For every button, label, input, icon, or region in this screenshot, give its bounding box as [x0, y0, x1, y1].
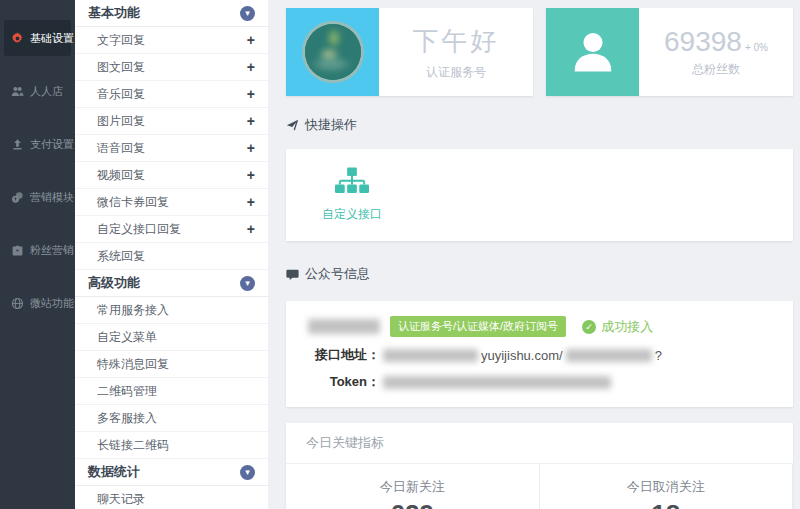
secondary-sidebar: 基本功能 ▾ 文字回复+ 图文回复+ 音乐回复+ 图片回复+ 语音回复+ 视频回… [75, 0, 268, 509]
quick-item-custom-api[interactable]: 自定义接口 [306, 167, 398, 223]
plus-icon[interactable]: + [247, 168, 255, 182]
sidebar-item-label: 支付设置 [30, 137, 74, 152]
item-label: 文字回复 [97, 32, 145, 49]
item-label: 语音回复 [97, 140, 145, 157]
item-label: 常用服务接入 [97, 302, 169, 319]
submenu-section-statistics[interactable]: 数据统计 ▾ [75, 459, 268, 486]
metric-value: 629 [391, 499, 434, 509]
submenu-section-basic[interactable]: 基本功能 ▾ [75, 0, 268, 27]
sidebar-item-fan-marketing[interactable]: 粉丝营销 [4, 232, 71, 268]
section-title: 高级功能 [88, 274, 140, 292]
plus-icon[interactable]: + [247, 114, 255, 128]
submenu-item-special-message-reply[interactable]: 特殊消息回复 [75, 351, 268, 378]
item-label: 音乐回复 [97, 86, 145, 103]
token-redacted [383, 376, 611, 389]
sidebar-item-renrendian[interactable]: 人人店 [4, 73, 71, 109]
plus-icon[interactable]: + [247, 87, 255, 101]
person-icon [567, 26, 619, 78]
item-label: 图片回复 [97, 113, 145, 130]
submenu-item-voice-reply[interactable]: 语音回复+ [75, 135, 268, 162]
submenu-item-video-reply[interactable]: 视频回复+ [75, 162, 268, 189]
submenu-item-longlink-qrcode[interactable]: 长链接二维码 [75, 432, 268, 459]
quick-actions-header: 快捷操作 [286, 116, 793, 134]
fans-total-value: 69398 [664, 26, 742, 58]
item-label: 微信卡券回复 [97, 194, 169, 211]
plus-icon[interactable]: + [247, 141, 255, 155]
submenu-item-multi-service-access[interactable]: 多客服接入 [75, 405, 268, 432]
sidebar-item-label: 微站功能 [30, 296, 74, 311]
gear-icon [11, 32, 24, 45]
sidebar-item-microsite[interactable]: 微站功能 [4, 285, 71, 321]
metric-label: 今日新关注 [380, 478, 445, 496]
account-info-header: 公众号信息 [286, 265, 793, 283]
sidebar-item-payment-settings[interactable]: 支付设置 [4, 126, 71, 162]
coins-icon [11, 191, 24, 204]
paper-plane-icon [286, 119, 299, 132]
submenu-item-custom-menu[interactable]: 自定义菜单 [75, 324, 268, 351]
sidebar-item-label: 营销模块 [30, 190, 74, 205]
today-metrics-title: 今日关键指标 [286, 423, 793, 464]
briefcase-icon [11, 244, 24, 257]
quick-item-label: 自定义接口 [322, 206, 382, 223]
submenu-item-chat-records[interactable]: 聊天记录 [75, 486, 268, 509]
item-label: 系统回复 [97, 248, 145, 265]
comment-icon [286, 268, 299, 281]
plus-icon[interactable]: + [247, 195, 255, 209]
sidebar-item-marketing-module[interactable]: 营销模块 [4, 179, 71, 215]
primary-sidebar: 基础设置 人人店 支付设置 营销模块 粉丝营销 微站功能 [0, 0, 75, 509]
submenu-item-custom-api-reply[interactable]: 自定义接口回复+ [75, 216, 268, 243]
item-label: 特殊消息回复 [97, 356, 169, 373]
api-url-domain: yuyijishu.com/ [481, 348, 563, 363]
chevron-down-icon[interactable]: ▾ [240, 6, 255, 21]
token-label: Token： [308, 373, 380, 391]
submenu-item-card-coupon-reply[interactable]: 微信卡券回复+ [75, 189, 268, 216]
item-label: 二维码管理 [97, 383, 157, 400]
overview-cards: 下午好 认证服务号 69398 + 0% 总粉丝数 [286, 8, 793, 96]
today-metrics-card: 今日关键指标 今日新关注 629 今日取消关注 18 [286, 423, 793, 509]
sidebar-item-basic-settings[interactable]: 基础设置 [4, 20, 71, 56]
token-row: Token： [308, 373, 771, 391]
greeting-text: 下午好 [413, 24, 500, 59]
submenu-item-system-reply[interactable]: 系统回复 [75, 243, 268, 270]
item-label: 长链接二维码 [97, 437, 169, 454]
metric-label: 今日取消关注 [627, 478, 705, 496]
plus-icon[interactable]: + [247, 60, 255, 74]
api-url-redacted-prefix [383, 349, 478, 362]
quick-actions-card: 自定义接口 [286, 149, 793, 241]
connection-status: ✓ 成功接入 [582, 318, 653, 336]
greeting-card-side [286, 8, 379, 96]
submenu-item-picture-reply[interactable]: 图片回复+ [75, 108, 268, 135]
api-url-redacted-suffix [566, 349, 652, 362]
submenu-section-advanced[interactable]: 高级功能 ▾ [75, 270, 268, 297]
account-type-badge: 认证服务号/认证媒体/政府订阅号 [390, 316, 566, 337]
submenu-item-music-reply[interactable]: 音乐回复+ [75, 81, 268, 108]
chevron-down-icon[interactable]: ▾ [240, 465, 255, 480]
submenu-item-imagetext-reply[interactable]: 图文回复+ [75, 54, 268, 81]
fans-trend: + 0% [745, 42, 768, 53]
item-label: 自定义接口回复 [97, 221, 181, 238]
globe-icon [11, 297, 24, 310]
submenu-item-common-services[interactable]: 常用服务接入 [75, 297, 268, 324]
account-info-card: 认证服务号/认证媒体/政府订阅号 ✓ 成功接入 接口地址： yuyijishu.… [286, 301, 793, 407]
api-url-row: 接口地址： yuyijishu.com/ ? [308, 346, 771, 364]
sitemap-icon [335, 167, 369, 197]
api-url-label: 接口地址： [308, 346, 380, 364]
submenu-item-text-reply[interactable]: 文字回复+ [75, 27, 268, 54]
submenu-item-qrcode-management[interactable]: 二维码管理 [75, 378, 268, 405]
fans-card: 69398 + 0% 总粉丝数 [546, 8, 793, 96]
connection-status-label: 成功接入 [601, 318, 653, 336]
metric-value: 18 [651, 499, 680, 509]
sidebar-item-label: 粉丝营销 [30, 243, 74, 258]
fans-total-label: 总粉丝数 [692, 61, 740, 78]
chevron-down-icon[interactable]: ▾ [240, 276, 255, 291]
account-info-title: 公众号信息 [305, 265, 370, 283]
sidebar-item-label: 基础设置 [30, 31, 74, 46]
account-type-label: 认证服务号 [426, 64, 486, 81]
app-window: 基础设置 人人店 支付设置 营销模块 粉丝营销 微站功能 基本功能 ▾ 文字回复… [0, 0, 800, 509]
plus-icon[interactable]: + [247, 222, 255, 236]
plus-icon[interactable]: + [247, 33, 255, 47]
item-label: 视频回复 [97, 167, 145, 184]
section-title: 基本功能 [88, 4, 140, 22]
greeting-card-body: 下午好 认证服务号 [379, 8, 533, 96]
fans-card-side [546, 8, 639, 96]
